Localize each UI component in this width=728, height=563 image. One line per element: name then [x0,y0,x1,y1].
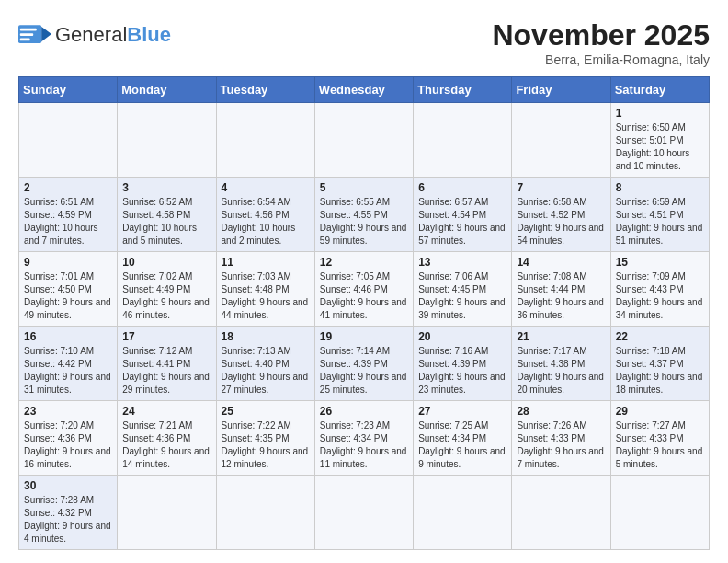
day-number: 11 [222,256,310,269]
calendar-cell [216,103,314,178]
calendar-cell: 6Sunrise: 6:57 AM Sunset: 4:54 PM Daylig… [414,178,512,252]
calendar-cell: 1Sunrise: 6:50 AM Sunset: 5:01 PM Daylig… [610,103,709,178]
calendar-cell [118,476,216,550]
day-info: Sunrise: 7:27 AM Sunset: 4:33 PM Dayligh… [616,419,704,471]
logo-text: GeneralBlue [55,23,171,47]
calendar-cell: 14Sunrise: 7:08 AM Sunset: 4:44 PM Dayli… [512,252,610,327]
day-number: 4 [222,181,310,194]
calendar-cell [512,103,610,178]
day-number: 29 [616,405,704,418]
calendar-cell: 2Sunrise: 6:51 AM Sunset: 4:59 PM Daylig… [19,178,118,252]
calendar-body: 1Sunrise: 6:50 AM Sunset: 5:01 PM Daylig… [19,103,710,550]
location-subtitle: Berra, Emilia-Romagna, Italy [492,52,710,67]
day-info: Sunrise: 7:14 AM Sunset: 4:39 PM Dayligh… [320,345,408,396]
title-area: November 2025 Berra, Emilia-Romagna, Ita… [492,18,710,67]
calendar-cell: 24Sunrise: 7:21 AM Sunset: 4:36 PM Dayli… [118,401,216,476]
header-tuesday: Tuesday [216,77,314,103]
calendar-cell [118,103,216,178]
day-number: 5 [320,181,408,194]
day-number: 25 [222,405,310,418]
calendar-cell: 30Sunrise: 7:28 AM Sunset: 4:32 PM Dayli… [19,476,118,550]
header-wednesday: Wednesday [314,77,413,103]
day-info: Sunrise: 7:25 AM Sunset: 4:34 PM Dayligh… [418,419,506,471]
calendar-cell: 23Sunrise: 7:20 AM Sunset: 4:36 PM Dayli… [19,401,118,476]
day-info: Sunrise: 7:03 AM Sunset: 4:48 PM Dayligh… [222,270,310,322]
day-number: 17 [122,330,210,343]
calendar-cell: 16Sunrise: 7:10 AM Sunset: 4:42 PM Dayli… [19,327,118,401]
header-friday: Friday [512,77,610,103]
day-info: Sunrise: 7:22 AM Sunset: 4:35 PM Dayligh… [222,419,310,471]
calendar-cell: 21Sunrise: 7:17 AM Sunset: 4:38 PM Dayli… [512,327,610,401]
day-number: 20 [418,330,506,343]
calendar-cell: 25Sunrise: 7:22 AM Sunset: 4:35 PM Dayli… [216,401,314,476]
svg-marker-1 [41,27,51,41]
day-info: Sunrise: 7:28 AM Sunset: 4:32 PM Dayligh… [24,494,112,546]
day-info: Sunrise: 7:02 AM Sunset: 4:49 PM Dayligh… [122,270,210,322]
calendar-cell: 29Sunrise: 7:27 AM Sunset: 4:33 PM Dayli… [610,401,709,476]
day-info: Sunrise: 7:01 AM Sunset: 4:50 PM Dayligh… [24,270,112,322]
calendar-cell: 9Sunrise: 7:01 AM Sunset: 4:50 PM Daylig… [19,252,118,327]
calendar-cell: 5Sunrise: 6:55 AM Sunset: 4:55 PM Daylig… [314,178,413,252]
header-monday: Monday [118,77,216,103]
calendar-cell: 7Sunrise: 6:58 AM Sunset: 4:52 PM Daylig… [512,178,610,252]
day-info: Sunrise: 7:08 AM Sunset: 4:44 PM Dayligh… [517,270,605,322]
day-info: Sunrise: 7:09 AM Sunset: 4:43 PM Dayligh… [616,270,704,322]
calendar-cell [610,476,709,550]
day-number: 8 [616,181,704,194]
calendar-week-2: 2Sunrise: 6:51 AM Sunset: 4:59 PM Daylig… [19,178,710,252]
calendar-cell: 11Sunrise: 7:03 AM Sunset: 4:48 PM Dayli… [216,252,314,327]
day-number: 10 [122,256,210,269]
day-info: Sunrise: 7:21 AM Sunset: 4:36 PM Dayligh… [122,419,210,471]
day-number: 19 [320,330,408,343]
day-info: Sunrise: 7:20 AM Sunset: 4:36 PM Dayligh… [24,419,112,471]
calendar-cell [414,476,512,550]
calendar-cell: 8Sunrise: 6:59 AM Sunset: 4:51 PM Daylig… [610,178,709,252]
calendar-cell [19,103,118,178]
calendar-cell: 12Sunrise: 7:05 AM Sunset: 4:46 PM Dayli… [314,252,413,327]
day-info: Sunrise: 6:54 AM Sunset: 4:56 PM Dayligh… [222,196,310,247]
day-info: Sunrise: 7:16 AM Sunset: 4:39 PM Dayligh… [418,345,506,396]
day-number: 3 [122,181,210,194]
day-number: 26 [320,405,408,418]
day-number: 1 [616,107,704,120]
day-number: 16 [24,330,112,343]
calendar-cell: 19Sunrise: 7:14 AM Sunset: 4:39 PM Dayli… [314,327,413,401]
calendar-cell: 27Sunrise: 7:25 AM Sunset: 4:34 PM Dayli… [414,401,512,476]
calendar-table: Sunday Monday Tuesday Wednesday Thursday… [18,76,710,550]
day-number: 13 [418,256,506,269]
day-info: Sunrise: 6:52 AM Sunset: 4:58 PM Dayligh… [122,196,210,247]
calendar-week-5: 23Sunrise: 7:20 AM Sunset: 4:36 PM Dayli… [19,401,710,476]
calendar-cell: 3Sunrise: 6:52 AM Sunset: 4:58 PM Daylig… [118,178,216,252]
calendar-cell: 13Sunrise: 7:06 AM Sunset: 4:45 PM Dayli… [414,252,512,327]
day-info: Sunrise: 6:55 AM Sunset: 4:55 PM Dayligh… [320,196,408,247]
day-number: 9 [24,256,112,269]
calendar-cell: 17Sunrise: 7:12 AM Sunset: 4:41 PM Dayli… [118,327,216,401]
day-number: 27 [418,405,506,418]
calendar-cell: 26Sunrise: 7:23 AM Sunset: 4:34 PM Dayli… [314,401,413,476]
day-number: 18 [222,330,310,343]
svg-rect-4 [20,39,30,41]
day-number: 28 [517,405,605,418]
header-saturday: Saturday [610,77,709,103]
day-info: Sunrise: 7:13 AM Sunset: 4:40 PM Dayligh… [222,345,310,396]
svg-rect-2 [20,29,37,31]
weekday-header-row: Sunday Monday Tuesday Wednesday Thursday… [19,77,710,103]
day-info: Sunrise: 6:57 AM Sunset: 4:54 PM Dayligh… [418,196,506,247]
header-thursday: Thursday [414,77,512,103]
calendar-week-6: 30Sunrise: 7:28 AM Sunset: 4:32 PM Dayli… [19,476,710,550]
day-info: Sunrise: 6:50 AM Sunset: 5:01 PM Dayligh… [616,121,704,173]
day-info: Sunrise: 7:26 AM Sunset: 4:33 PM Dayligh… [517,419,605,471]
month-title: November 2025 [492,18,710,52]
calendar-week-4: 16Sunrise: 7:10 AM Sunset: 4:42 PM Dayli… [19,327,710,401]
day-number: 15 [616,256,704,269]
day-number: 22 [616,330,704,343]
calendar-cell: 28Sunrise: 7:26 AM Sunset: 4:33 PM Dayli… [512,401,610,476]
day-number: 21 [517,330,605,343]
day-info: Sunrise: 7:12 AM Sunset: 4:41 PM Dayligh… [122,345,210,396]
day-info: Sunrise: 6:59 AM Sunset: 4:51 PM Dayligh… [616,196,704,247]
calendar-cell [314,476,413,550]
calendar-cell [414,103,512,178]
header-area: GeneralBlue November 2025 Berra, Emilia-… [18,18,710,67]
day-info: Sunrise: 7:06 AM Sunset: 4:45 PM Dayligh… [418,270,506,322]
day-number: 6 [418,181,506,194]
